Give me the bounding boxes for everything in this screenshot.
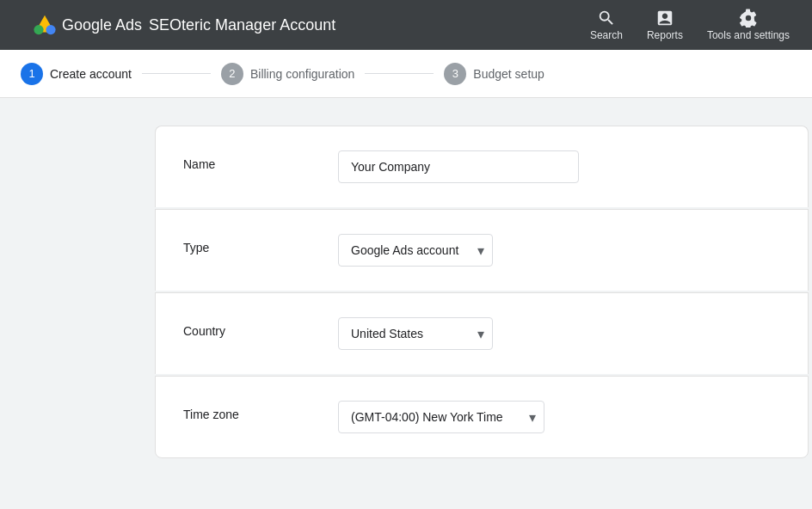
step-divider-2 [365, 73, 434, 74]
country-select[interactable]: United States [338, 317, 493, 350]
svg-point-1 [46, 25, 55, 34]
app-title: Google Ads [62, 16, 142, 34]
country-label: Country [183, 317, 338, 338]
reports-button[interactable]: Reports [635, 3, 695, 46]
type-card: Type Google Ads account ▾ [155, 209, 809, 291]
back-button[interactable] [10, 18, 24, 32]
step-3-label: Budget setup [473, 67, 544, 81]
step-2-label: Billing configuration [250, 67, 354, 81]
name-card: Name [155, 126, 809, 207]
type-select-wrap: Google Ads account ▾ [338, 234, 493, 267]
timezone-label: Time zone [183, 401, 338, 421]
tools-button[interactable]: Tools and settings [695, 3, 802, 46]
step-3: 3 Budget setup [444, 63, 544, 85]
type-input-wrap: Google Ads account ▾ [338, 234, 780, 267]
step-1: 1 Create account [21, 63, 132, 85]
timezone-select-wrap: (GMT-04:00) New York Time ▾ [338, 401, 544, 433]
main-content: Name Type Google Ads account ▾ Country U… [0, 98, 812, 486]
country-select-wrap: United States ▾ [338, 317, 493, 350]
search-label: Search [590, 29, 623, 41]
country-input-wrap: United States ▾ [338, 317, 780, 350]
step-2: 2 Billing configuration [221, 63, 354, 85]
reports-label: Reports [647, 29, 683, 41]
type-select[interactable]: Google Ads account [338, 234, 493, 267]
svg-point-2 [34, 25, 43, 34]
step-2-circle: 2 [221, 63, 243, 85]
step-1-label: Create account [50, 67, 132, 81]
google-ads-logo [33, 13, 57, 37]
stepper-bar: 1 Create account 2 Billing configuration… [0, 50, 812, 98]
search-button[interactable]: Search [578, 3, 635, 46]
name-label: Name [183, 150, 338, 171]
account-subtitle: SEOteric Manager Account [149, 16, 335, 34]
step-1-circle: 1 [21, 63, 43, 85]
topnav: Google Ads SEOteric Manager Account Sear… [0, 0, 812, 50]
name-input[interactable] [338, 150, 579, 183]
topnav-actions: Search Reports Tools and settings [578, 3, 802, 46]
timezone-select[interactable]: (GMT-04:00) New York Time [338, 401, 544, 433]
name-input-wrap [338, 150, 780, 183]
timezone-input-wrap: (GMT-04:00) New York Time ▾ [338, 401, 780, 433]
country-card: Country United States ▾ [155, 292, 809, 374]
type-label: Type [183, 234, 338, 254]
step-3-circle: 3 [444, 63, 466, 85]
tools-label: Tools and settings [707, 29, 790, 41]
timezone-card: Time zone (GMT-04:00) New York Time ▾ [155, 376, 809, 458]
step-divider-1 [142, 73, 211, 74]
